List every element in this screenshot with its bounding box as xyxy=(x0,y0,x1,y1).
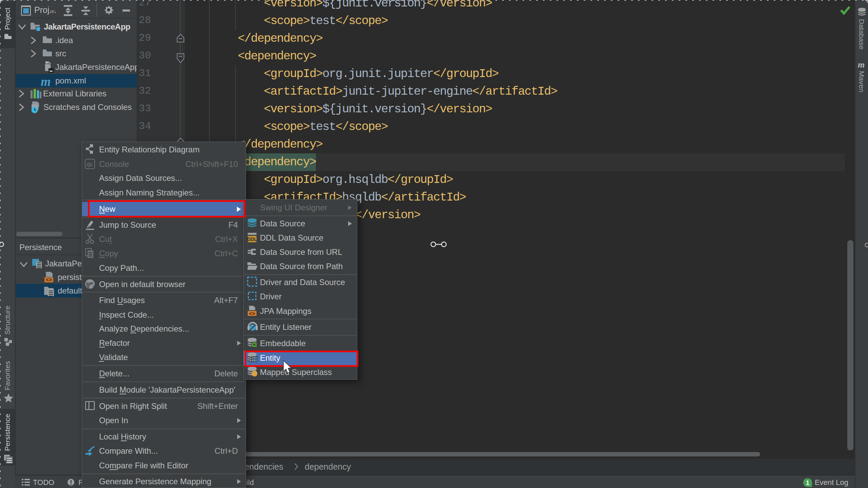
svg-text:<>: <> xyxy=(45,277,52,283)
svg-text:DDL: DDL xyxy=(247,237,257,242)
svg-text:1: 1 xyxy=(806,479,810,486)
svg-text:QL: QL xyxy=(87,162,93,167)
svg-text:<>: <> xyxy=(249,311,255,317)
